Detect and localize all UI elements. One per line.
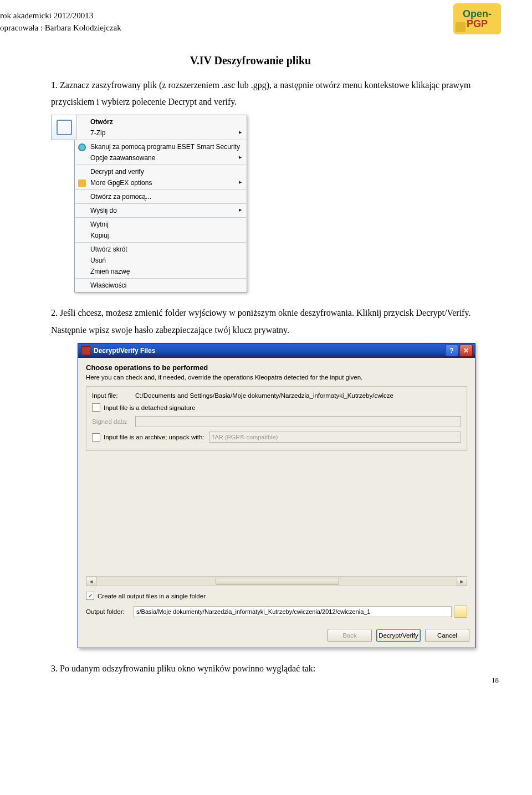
ctx-more-gpgex[interactable]: More GpgEX options xyxy=(75,177,247,188)
app-icon xyxy=(81,346,90,355)
signed-data-field xyxy=(135,416,461,427)
ctx-separator xyxy=(75,278,246,279)
signed-data-label: Signed data: xyxy=(92,418,135,425)
ctx-separator xyxy=(75,203,246,204)
archive-checkbox[interactable] xyxy=(92,433,100,442)
ctx-decrypt-verify[interactable]: Decrypt and verify xyxy=(75,166,247,177)
header-line1: rok akademicki 2012/20013 xyxy=(0,10,501,22)
ctx-rename[interactable]: Zmień nazwę xyxy=(75,266,247,277)
ctx-open[interactable]: Otwórz xyxy=(75,116,247,127)
back-button[interactable]: Back xyxy=(328,629,372,642)
ctx-advanced[interactable]: Opcje zaawansowane xyxy=(75,152,247,163)
ctx-copy[interactable]: Kopiuj xyxy=(75,230,247,241)
dialog-title-text: Decrypt/Verify Files xyxy=(94,347,155,355)
ctx-separator xyxy=(75,165,246,165)
ctx-open-with[interactable]: Otwórz za pomocą... xyxy=(75,191,247,202)
ctx-separator xyxy=(75,217,246,218)
input-file-value: C:/Documents and Settings/Basia/Moje dok… xyxy=(135,392,461,399)
lock-icon xyxy=(456,22,466,32)
cancel-button[interactable]: Cancel xyxy=(425,629,469,642)
encrypted-file-icon xyxy=(51,115,76,140)
dialog-button-bar: Back Decrypt/Verify Cancel xyxy=(78,624,475,648)
scroll-left-button[interactable]: ◄ xyxy=(86,577,96,586)
browse-folder-button[interactable] xyxy=(454,606,467,618)
single-folder-label: Create all output files in a single fold… xyxy=(98,593,206,599)
openpgp-logo: Open- PGP xyxy=(453,3,501,34)
ctx-separator xyxy=(75,242,246,243)
close-button[interactable]: ✕ xyxy=(459,345,473,357)
output-folder-field[interactable]: s/Basia/Moje dokumenty/Narzedzia_informa… xyxy=(134,606,452,617)
header-line2: opracowała : Barbara Kołodziejczak xyxy=(0,22,501,34)
input-panel: Input file: C:/Documents and Settings/Ba… xyxy=(86,386,467,451)
context-menu-screenshot: Otwórz 7-Zip Skanuj za pomocą programu E… xyxy=(51,115,501,293)
help-button[interactable]: ? xyxy=(445,345,458,357)
decrypt-verify-dialog: Decrypt/Verify Files ? ✕ Choose operatio… xyxy=(78,343,475,648)
section-title: V.IV Deszyfrowanie pliku xyxy=(0,54,501,67)
detached-label: Input file is a detached signature xyxy=(104,404,196,411)
horizontal-scrollbar[interactable]: ◄ ► xyxy=(86,576,467,586)
scroll-right-button[interactable]: ► xyxy=(457,577,467,586)
detached-checkbox[interactable] xyxy=(92,403,100,412)
ctx-7zip[interactable]: 7-Zip xyxy=(75,127,247,139)
dialog-subtext: Here you can check and, if needed, overr… xyxy=(86,374,467,381)
ctx-separator xyxy=(75,189,246,190)
paragraph-3: 3. Po udanym odszyfrowaniu pliku okno wy… xyxy=(51,660,501,677)
logo-bottom: PGP xyxy=(467,19,488,29)
decrypt-verify-button[interactable]: Decrypt/Verify xyxy=(376,629,421,642)
file-list-area xyxy=(86,454,467,576)
input-file-label: Input file: xyxy=(92,392,135,399)
archive-format-combo[interactable]: TAR (PGP®-compatible) xyxy=(209,432,461,443)
paragraph-2: 2. Jeśli chcesz, możesz zmienić folder w… xyxy=(51,305,501,338)
page-number: 18 xyxy=(492,676,499,685)
eset-icon xyxy=(78,143,86,151)
ctx-eset-label: Skanuj za pomocą programu ESET Smart Sec… xyxy=(90,143,240,151)
ctx-more-gpgex-label: More GpgEX options xyxy=(90,179,152,187)
ctx-send-to[interactable]: Wyślij do xyxy=(75,205,247,216)
ctx-delete[interactable]: Usuń xyxy=(75,255,247,266)
dialog-titlebar[interactable]: Decrypt/Verify Files ? ✕ xyxy=(78,343,475,358)
single-folder-checkbox[interactable]: ✔ xyxy=(86,592,94,600)
dialog-heading: Choose operations to be performed xyxy=(86,363,467,372)
scroll-track[interactable] xyxy=(96,577,457,586)
logo-top: Open- xyxy=(463,9,492,19)
ctx-properties[interactable]: Właściwości xyxy=(75,280,247,291)
context-menu: Otwórz 7-Zip Skanuj za pomocą programu E… xyxy=(74,115,247,293)
ctx-eset-scan[interactable]: Skanuj za pomocą programu ESET Smart Sec… xyxy=(75,141,247,152)
ctx-separator xyxy=(75,140,246,140)
paragraph-1: 1. Zaznacz zaszyfrowany plik (z rozszerz… xyxy=(51,77,501,111)
output-folder-label: Output folder: xyxy=(86,608,134,615)
ctx-cut[interactable]: Wytnij xyxy=(75,219,247,230)
archive-label: Input file is an archive; unpack with: xyxy=(104,434,204,440)
lock-icon xyxy=(78,179,86,187)
ctx-shortcut[interactable]: Utwórz skrót xyxy=(75,244,247,255)
scroll-thumb[interactable] xyxy=(216,578,339,585)
doc-header: rok akademicki 2012/20013 opracowała : B… xyxy=(0,10,501,34)
